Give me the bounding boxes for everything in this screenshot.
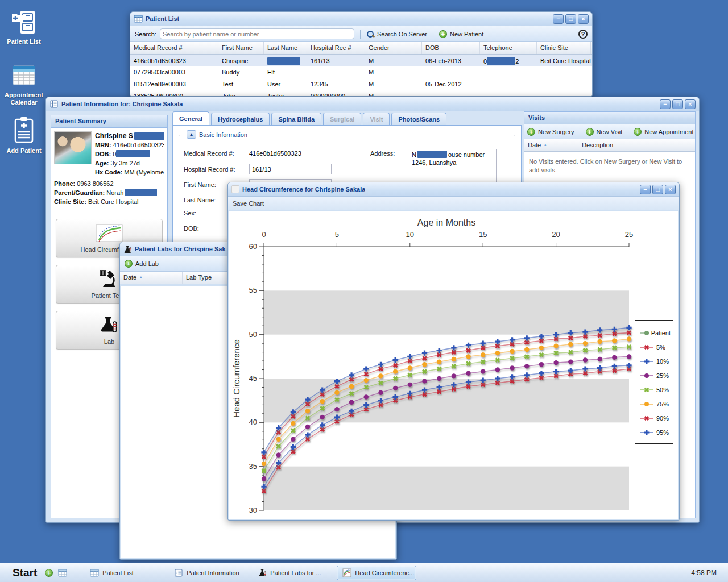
- address-textarea[interactable]: Nouse number 1246, Luanshya: [409, 149, 497, 183]
- column-header-last-name[interactable]: Last Name: [264, 42, 307, 54]
- column-header-date[interactable]: Date▲: [524, 139, 578, 151]
- collapse-button[interactable]: ▲: [187, 130, 196, 139]
- address-label: Address:: [370, 150, 409, 157]
- add-patient-icon: [11, 116, 37, 144]
- patient-list-grid: Medical Record #First NameLast NameHospi…: [130, 42, 592, 97]
- table-cell: M: [365, 66, 422, 78]
- add-icon: +: [125, 260, 133, 268]
- column-header-clinic-site[interactable]: Clinic Site: [537, 42, 591, 54]
- table-row[interactable]: 416e0b1d6500323Chrispine161/13M06-Feb-20…: [130, 55, 592, 66]
- chart-area: 0510152025Age in Months30354045505560Hea…: [229, 211, 678, 519]
- table-cell: Test: [218, 78, 264, 90]
- desktop-icon-label: Patient List: [0, 38, 48, 45]
- column-header-telephone[interactable]: Telephone: [480, 42, 537, 54]
- start-button[interactable]: Start: [13, 567, 37, 579]
- hospital-record-label: Hospital Record #:: [184, 166, 249, 173]
- table-cell: [537, 78, 591, 90]
- head-circumference-chart: 0510152025Age in Months30354045505560Hea…: [229, 211, 678, 519]
- table-icon: [134, 14, 143, 23]
- taskbar-patient-list-icon[interactable]: [57, 568, 68, 577]
- sort-ascending-icon: ▲: [543, 143, 547, 147]
- column-header-medical-record-[interactable]: Medical Record #: [130, 42, 218, 54]
- desktop-icon-appointment-calendar[interactable]: Appointment Calendar: [0, 63, 48, 106]
- tab-spina-bifida[interactable]: Spina Bifida: [271, 113, 321, 125]
- new-appointment-button[interactable]: +New Appointment: [634, 128, 693, 136]
- taskbar-button-head-circumferenc-[interactable]: Head Circumferenc...: [337, 566, 416, 580]
- patient-info-titlebar[interactable]: Patient Information for: Chrispine Sakal…: [46, 97, 699, 111]
- minimize-button[interactable]: −: [640, 185, 651, 194]
- growthchart-icon: [56, 223, 162, 243]
- minimize-button[interactable]: −: [660, 99, 671, 109]
- search-input[interactable]: [160, 28, 354, 39]
- table-cell: 188525-06-00600: [130, 90, 218, 97]
- search-on-server-button[interactable]: Search On Server: [366, 30, 427, 38]
- table-cell: M: [365, 78, 422, 90]
- table-cell: Tester: [264, 90, 307, 97]
- table-cell: [480, 66, 537, 78]
- chart-titlebar[interactable]: Head Circumference for Chrispine Sakala …: [228, 182, 679, 197]
- desktop-icon-label: Add Patient: [0, 147, 48, 155]
- column-header-date[interactable]: Date▲: [120, 272, 183, 284]
- new-patient-button[interactable]: + New Patient: [439, 30, 483, 38]
- redacted-text: [267, 57, 300, 65]
- column-header-hospital-rec-[interactable]: Hospital Rec #: [307, 42, 365, 54]
- patient-list-icon: [11, 9, 37, 35]
- taskbar-button-patient-information[interactable]: Patient Information: [168, 566, 248, 580]
- legend-item-50pct: 50%: [639, 383, 671, 397]
- hospital-record-input[interactable]: [249, 164, 332, 174]
- summary-mrn: MRN: 416e0b1d6500323: [95, 140, 164, 149]
- tab-hydrocephalus[interactable]: Hydrocephalus: [211, 113, 270, 125]
- maximize-button[interactable]: □: [672, 99, 683, 109]
- column-header-dob[interactable]: DOB: [422, 42, 480, 54]
- taskbar-button-patient-list[interactable]: Patient List: [84, 566, 164, 580]
- tab-photos-scans[interactable]: Photos/Scans: [391, 113, 446, 125]
- medical-record-label: Medical Record #:: [184, 150, 249, 157]
- table-cell: [307, 66, 365, 78]
- add-icon: +: [586, 128, 594, 136]
- svg-text:Age in Months: Age in Months: [417, 218, 475, 227]
- svg-text:40: 40: [249, 418, 257, 426]
- svg-text:45: 45: [249, 374, 257, 383]
- column-header-description[interactable]: Description: [578, 139, 694, 151]
- maximize-button[interactable]: □: [565, 14, 576, 24]
- close-button[interactable]: ×: [578, 14, 589, 24]
- taskbar-button-patient-labs-for-[interactable]: Patient Labs for ...: [253, 566, 332, 580]
- window-title: Head Circumference for Chrispine Sakala: [242, 186, 365, 193]
- close-button[interactable]: ×: [665, 185, 676, 194]
- redacted-text: [125, 189, 157, 196]
- table-cell: Buddy: [218, 66, 264, 78]
- table-cell: [537, 90, 591, 97]
- desktop-icon-add-patient[interactable]: Add Patient: [0, 116, 48, 155]
- save-chart-menu-item[interactable]: Save Chart: [233, 200, 264, 207]
- table-row[interactable]: 81512ea89e00003TestUser12345M05-Dec-2012: [130, 78, 592, 90]
- sort-ascending-icon: ▲: [139, 275, 143, 279]
- maximize-button[interactable]: □: [652, 185, 663, 194]
- table-row[interactable]: 188525-06-00600JohnTester0000000000M: [130, 90, 592, 97]
- close-button[interactable]: ×: [685, 99, 696, 109]
- table-cell: 416e0b1d6500323: [130, 55, 218, 66]
- desktop-icon-patient-list[interactable]: Patient List: [0, 9, 48, 45]
- svg-text:Head Circumference: Head Circumference: [231, 339, 241, 418]
- window-title: Patient Labs for Chrispine Sak: [135, 246, 226, 252]
- search-icon: [366, 30, 374, 38]
- add-icon: +: [439, 30, 447, 38]
- column-header-first-name[interactable]: First Name: [218, 42, 264, 54]
- fieldset-legend: Basic Information: [199, 131, 247, 138]
- tab-general[interactable]: General: [172, 111, 209, 125]
- help-icon[interactable]: ?: [578, 30, 588, 39]
- new-visit-button[interactable]: +New Visit: [586, 128, 623, 136]
- legend-item-5pct: 5%: [639, 340, 671, 354]
- svg-text:15: 15: [479, 230, 487, 239]
- table-row[interactable]: 07729503ca00003BuddyElfM: [130, 66, 592, 78]
- legend-item-95pct: 95%: [639, 425, 671, 439]
- minimize-button[interactable]: −: [553, 14, 564, 24]
- summary-phone: Phone: 0963 806562: [54, 179, 164, 188]
- column-header-gender[interactable]: Gender: [365, 42, 422, 54]
- patient-info-tabs: GeneralHydrocephalusSpina BifidaSurgical…: [172, 111, 448, 125]
- add-lab-button[interactable]: + Add Lab: [125, 260, 159, 268]
- table-cell: 06-Feb-2013: [422, 55, 480, 66]
- notebook-icon: [49, 99, 59, 109]
- patient-list-titlebar[interactable]: Patient List − □ ×: [130, 12, 592, 26]
- taskbar-new-patient-icon[interactable]: +: [45, 569, 53, 577]
- new-surgery-button[interactable]: +New Surgery: [527, 128, 574, 136]
